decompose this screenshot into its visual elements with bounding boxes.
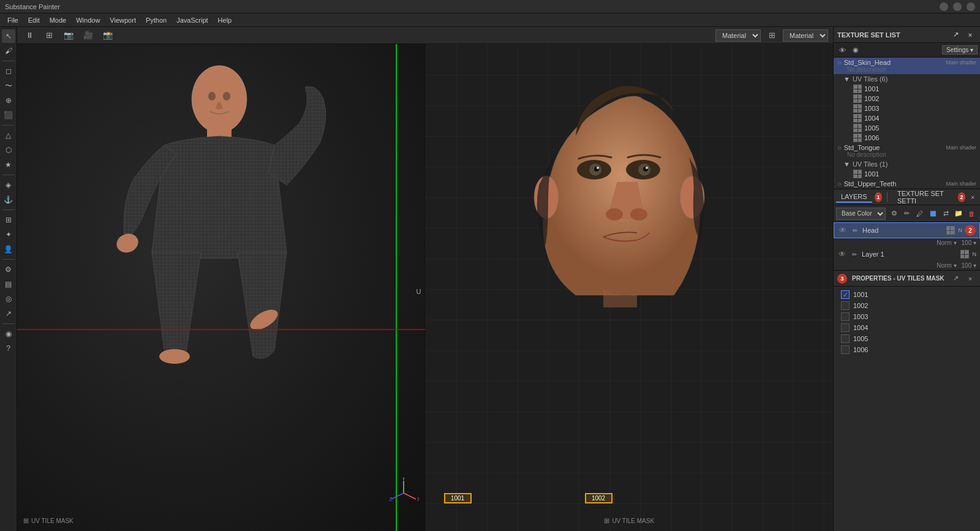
layer-tool-paint[interactable]: ✏ (901, 207, 913, 220)
layer-tool-transfer[interactable]: ⇄ (940, 207, 952, 220)
axis-indicator: X Y Z (388, 478, 419, 510)
mask-item-1004[interactable]: 1004 (839, 322, 975, 333)
tool-fill[interactable]: ⬛ (2, 108, 15, 122)
viewport-grid2-btn[interactable]: ⊞ (764, 28, 779, 43)
uv-tile-1002-entry[interactable]: 1002 (841, 94, 980, 104)
snapshot-btn[interactable]: 📸 (100, 28, 115, 43)
uv-tile-1002-label[interactable]: 1002 (585, 493, 612, 503)
menu-window[interactable]: Window (71, 13, 105, 27)
tool-polygon-fill[interactable]: ⬡ (2, 143, 15, 157)
uv-tile-1001-label[interactable]: 1001 (444, 493, 472, 503)
tool-anchor[interactable]: ⚓ (2, 193, 15, 206)
mask-check-1006[interactable] (841, 345, 850, 354)
mask-check-1005[interactable] (841, 334, 850, 343)
layers-close-btn[interactable]: × (968, 191, 978, 203)
uv-tile-1004-entry[interactable]: 1004 (841, 113, 980, 123)
layer-tool-settings[interactable]: ⚙ (888, 207, 900, 220)
tool-material[interactable]: ◈ (2, 178, 15, 192)
tool-help-tool[interactable]: ? (2, 342, 15, 355)
tool-layers[interactable]: ▤ (2, 277, 15, 291)
tool-paint[interactable]: 🖌 (2, 44, 15, 58)
tsl-settings-btn[interactable]: Settings ▾ (942, 45, 978, 55)
uv-tile-1001-entry[interactable]: 1001 (841, 84, 980, 94)
tsl-close-btn[interactable]: × (964, 29, 976, 41)
camera-btn[interactable]: 📷 (61, 28, 76, 43)
uv-tile-1003-entry[interactable]: 1003 (841, 104, 980, 113)
tool-color-picker[interactable]: ✦ (2, 228, 15, 241)
menu-javascript[interactable]: JavaScript (172, 13, 213, 27)
tool-select[interactable]: ↖ (2, 29, 15, 43)
tool-eraser[interactable]: ◻ (2, 64, 15, 78)
tool-sticker[interactable]: ★ (2, 158, 15, 171)
props-header: 3 PROPERTIES - UV TILES MASK ↗ × (834, 271, 980, 287)
menu-mode[interactable]: Mode (45, 13, 72, 27)
mask-check-1003[interactable] (841, 312, 850, 321)
tsl-eye-btn[interactable]: 👁 (836, 44, 848, 56)
menu-viewport[interactable]: Viewport (105, 13, 141, 27)
layer-tool-mask[interactable]: ▦ (927, 207, 938, 220)
ts-tongue-label: Std_Tongue (844, 144, 880, 151)
texture-set-upper-teeth[interactable]: ○ Std_Upper_Teeth Main shader (834, 179, 980, 189)
menu-python[interactable]: Python (141, 13, 172, 27)
pause-btn[interactable]: ⏸ (22, 28, 37, 43)
mask-item-1002[interactable]: 1002 (839, 300, 975, 311)
tool-clone[interactable]: ⊕ (2, 94, 15, 107)
texture-set-list-panel: TEXTURE SET LIST ↗ × 👁 ◉ Settings ▾ ○ St… (834, 27, 980, 189)
layer-head-pencil-icon: ✏ (850, 225, 860, 235)
ts-upper-teeth-eye: ○ (837, 180, 842, 187)
mask-item-1001[interactable]: ✓ 1001 (839, 289, 975, 300)
tongue-uv-tiles-header[interactable]: ▼ UV Tiles (1) (841, 159, 980, 169)
mode-select-2[interactable]: Material (783, 29, 828, 42)
props-close-btn[interactable]: × (964, 273, 976, 285)
layer-tool-folder[interactable]: 📁 (953, 207, 965, 220)
layer-1-eye[interactable]: 👁 (837, 249, 847, 259)
tss-tab[interactable]: TEXTURE SET SETTI (892, 189, 956, 206)
tool-bake[interactable]: ◎ (2, 292, 15, 306)
tool-settings[interactable]: ⚙ (2, 263, 15, 276)
mask-check-1002[interactable] (841, 301, 850, 310)
minimize-btn[interactable]: — (940, 2, 948, 11)
skin-head-uv-tiles-group: ▼ UV Tiles (6) 1001 1002 1003 (834, 74, 980, 143)
mask-check-1001[interactable]: ✓ (841, 290, 850, 299)
texture-set-skin-head[interactable]: ○ Std_Skin_Head Main shader No descripti… (834, 58, 980, 74)
tsl-expand-btn[interactable]: ↗ (949, 29, 962, 41)
layer-1[interactable]: 👁 ✏ Layer 1 N (834, 247, 980, 261)
layer-tool-pencil[interactable]: 🖊 (914, 207, 925, 220)
camera2-btn[interactable]: 🎥 (81, 28, 96, 43)
tool-sphere[interactable]: ◉ (2, 327, 15, 341)
menu-help[interactable]: Help (213, 13, 237, 27)
maximize-btn[interactable]: □ (953, 2, 962, 11)
layer-head[interactable]: 👁 ✏ Head N 2 (834, 222, 980, 238)
mask-item-1005[interactable]: 1005 (839, 333, 975, 344)
mask-check-1004[interactable] (841, 323, 850, 332)
viewport-horizontal-line (17, 329, 425, 330)
layer-1-pencil-icon: ✏ (850, 249, 859, 259)
close-btn[interactable]: × (967, 2, 975, 11)
props-expand-btn[interactable]: ↗ (949, 273, 962, 285)
texture-set-tongue[interactable]: ○ Std_Tongue Main shader No description (834, 143, 980, 159)
tool-person[interactable]: 👤 (2, 243, 15, 256)
uv-tile-1005-entry[interactable]: 1005 (841, 123, 980, 133)
skin-head-uv-tiles-header[interactable]: ▼ UV Tiles (6) (841, 74, 980, 84)
axis-svg: X Y Z (388, 478, 419, 508)
tool-smudge[interactable]: 〜 (2, 79, 15, 92)
uv-tiles-mask-list: ✓ 1001 1002 1003 1004 (834, 287, 980, 358)
tool-export[interactable]: ↗ (2, 307, 15, 320)
layer-tool-delete[interactable]: 🗑 (966, 207, 978, 220)
layers-tab[interactable]: LAYERS (836, 192, 872, 203)
mode-select[interactable]: Material Mask (715, 29, 761, 42)
tool-geometry[interactable]: △ (2, 129, 15, 142)
mask-item-1006[interactable]: 1006 (839, 344, 975, 355)
tongue-uv-tile-1001-entry[interactable]: 1001 (841, 169, 980, 179)
channel-select[interactable]: Base Color Roughness Metallic Height Nor… (836, 208, 886, 220)
ts-tongue-desc: No description (837, 151, 976, 158)
layer-head-eye[interactable]: 👁 (838, 225, 848, 235)
viewport-grid-btn[interactable]: ⊞ (42, 28, 56, 43)
uv-tile-1006-entry[interactable]: 1006 (841, 133, 980, 143)
tsl-visibility-btn[interactable]: ◉ (850, 44, 862, 56)
layer-head-blend-row: Norm ▾ 100 ▾ (834, 238, 980, 247)
mask-item-1003[interactable]: 1003 (839, 311, 975, 322)
menu-file[interactable]: File (2, 13, 23, 27)
menu-edit[interactable]: Edit (23, 13, 45, 27)
tool-measure[interactable]: ⊞ (2, 213, 15, 227)
